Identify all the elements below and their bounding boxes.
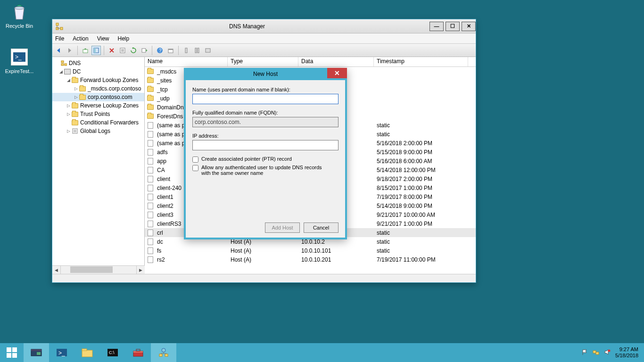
tray-flag-icon[interactable] bbox=[581, 349, 588, 356]
taskbar-explorer[interactable] bbox=[74, 343, 100, 362]
svg-rect-40 bbox=[159, 354, 162, 356]
menu-file[interactable]: File bbox=[55, 35, 64, 42]
system-tray: 9:27 AM 5/18/2018 bbox=[578, 343, 644, 362]
record-icon bbox=[147, 131, 154, 138]
start-button[interactable] bbox=[0, 343, 24, 362]
record-icon bbox=[147, 194, 154, 200]
up-button[interactable] bbox=[81, 46, 90, 55]
record-icon bbox=[147, 122, 154, 129]
svg-text:C:\: C:\ bbox=[109, 350, 115, 355]
ptr-label: Create associated pointer (PTR) record bbox=[201, 156, 292, 162]
svg-rect-41 bbox=[165, 354, 168, 356]
menu-action[interactable]: Action bbox=[73, 35, 88, 42]
show-hide-button[interactable] bbox=[91, 46, 101, 55]
expiretest-label: ExpireTest... bbox=[5, 68, 34, 74]
filter-button-2[interactable] bbox=[192, 46, 202, 55]
svg-rect-3 bbox=[56, 23, 58, 25]
tree-msdcs[interactable]: ▷_msdcs.corp.contoso bbox=[52, 84, 144, 93]
properties-button[interactable] bbox=[118, 46, 127, 55]
taskbar-server-manager[interactable] bbox=[24, 343, 49, 362]
svg-rect-17 bbox=[198, 48, 199, 53]
svg-rect-5 bbox=[60, 27, 63, 30]
record-icon bbox=[147, 230, 154, 236]
recycle-bin-icon[interactable]: Recycle Bin bbox=[2, 2, 37, 29]
filter-button-3[interactable] bbox=[203, 46, 213, 55]
record-icon bbox=[147, 176, 154, 182]
maximize-button[interactable]: ☐ bbox=[446, 22, 460, 31]
record-icon bbox=[147, 256, 154, 263]
svg-rect-8 bbox=[94, 48, 96, 53]
delete-button[interactable] bbox=[107, 46, 116, 55]
back-button[interactable] bbox=[54, 46, 64, 55]
tree-flz[interactable]: ◢Forward Lookup Zones bbox=[52, 76, 144, 84]
tree-panel[interactable]: DNS ◢DC ◢Forward Lookup Zones ▷_msdcs.co… bbox=[52, 57, 145, 265]
export-button[interactable] bbox=[140, 46, 149, 55]
svg-rect-25 bbox=[7, 353, 11, 358]
ip-input[interactable] bbox=[192, 140, 339, 150]
menu-view[interactable]: View bbox=[97, 35, 109, 42]
svg-point-39 bbox=[162, 348, 165, 352]
taskbar-powershell[interactable]: >_ bbox=[49, 343, 74, 362]
svg-rect-38 bbox=[136, 349, 140, 351]
tree-dns-root[interactable]: DNS bbox=[52, 59, 144, 67]
tray-network-icon[interactable] bbox=[593, 349, 599, 356]
dialog-title[interactable]: New Host ✕ bbox=[184, 68, 347, 80]
svg-rect-14 bbox=[168, 49, 173, 50]
col-data[interactable]: Data bbox=[298, 57, 374, 66]
tray-volume-icon[interactable] bbox=[604, 349, 611, 356]
forward-button[interactable] bbox=[65, 46, 74, 55]
expiretest-icon[interactable]: >_ ExpireTest... bbox=[2, 47, 37, 74]
new-host-dialog: New Host ✕ Name (uses parent domain name… bbox=[184, 68, 347, 239]
list-row[interactable]: fsHost (A)10.0.10.101static bbox=[145, 246, 476, 255]
tray-time[interactable]: 9:27 AM bbox=[615, 346, 638, 353]
add-host-button[interactable]: Add Host bbox=[265, 222, 300, 233]
record-icon bbox=[147, 203, 154, 209]
recycle-bin-label: Recycle Bin bbox=[6, 23, 33, 29]
refresh-button[interactable] bbox=[129, 46, 138, 55]
menu-help[interactable]: Help bbox=[118, 35, 130, 42]
fqdn-input bbox=[192, 117, 339, 127]
svg-text:>_: >_ bbox=[15, 54, 22, 60]
col-timestamp[interactable]: Timestamp bbox=[374, 57, 468, 66]
tree-global-logs[interactable]: ▷Global Logs bbox=[52, 127, 144, 135]
minimize-button[interactable]: — bbox=[429, 22, 444, 31]
tree-hscrollbar[interactable]: ◀ ▶ bbox=[52, 265, 145, 274]
col-type[interactable]: Type bbox=[228, 57, 298, 66]
tree-corp-contoso[interactable]: ▷corp.contoso.com bbox=[52, 93, 144, 101]
close-button[interactable]: ✕ bbox=[462, 22, 476, 31]
taskbar-dns-manager[interactable] bbox=[151, 343, 176, 362]
menubar: File Action View Help bbox=[52, 33, 476, 44]
svg-rect-23 bbox=[7, 347, 11, 352]
tray-date[interactable]: 5/18/2018 bbox=[615, 353, 638, 359]
cancel-button[interactable]: Cancel bbox=[304, 222, 339, 233]
auth-checkbox[interactable] bbox=[192, 165, 198, 171]
svg-text:?: ? bbox=[159, 48, 162, 53]
svg-rect-6 bbox=[83, 49, 88, 53]
folder-icon bbox=[147, 104, 154, 111]
ptr-checkbox[interactable] bbox=[192, 156, 198, 163]
tree-dc[interactable]: ◢DC bbox=[52, 67, 144, 76]
tree-rlz[interactable]: ▷Reverse Lookup Zones bbox=[52, 101, 144, 110]
col-name[interactable]: Name bbox=[145, 57, 228, 66]
dialog-close-button[interactable]: ✕ bbox=[327, 68, 347, 78]
name-input[interactable] bbox=[192, 94, 339, 104]
folder-icon bbox=[147, 68, 154, 75]
fqdn-label: Fully qualified domain name (FQDN): bbox=[192, 110, 339, 115]
filter-button-1[interactable] bbox=[182, 46, 191, 55]
record-icon bbox=[147, 167, 154, 173]
svg-rect-24 bbox=[12, 347, 17, 352]
titlebar[interactable]: DNS Manager — ☐ ✕ bbox=[52, 19, 476, 33]
svg-rect-18 bbox=[206, 49, 210, 52]
taskbar-toolbox[interactable] bbox=[125, 343, 151, 362]
taskbar: >_ C:\ 9:27 AM 5/18/2018 bbox=[0, 343, 644, 362]
auth-label: Allow any authenticated user to update D… bbox=[201, 165, 329, 176]
help-button[interactable]: ? bbox=[155, 46, 165, 55]
list-row[interactable]: rs2Host (A)10.0.10.2017/19/2017 11:00:00… bbox=[145, 255, 476, 264]
tree-cond-fwd[interactable]: Conditional Forwarders bbox=[52, 118, 144, 127]
taskbar-cmd[interactable]: C:\ bbox=[100, 343, 125, 362]
record-icon bbox=[147, 158, 154, 165]
tree-trust-points[interactable]: ▷Trust Points bbox=[52, 110, 144, 118]
new-window-button[interactable] bbox=[166, 46, 175, 55]
record-icon bbox=[147, 140, 154, 147]
svg-rect-29 bbox=[37, 352, 41, 355]
